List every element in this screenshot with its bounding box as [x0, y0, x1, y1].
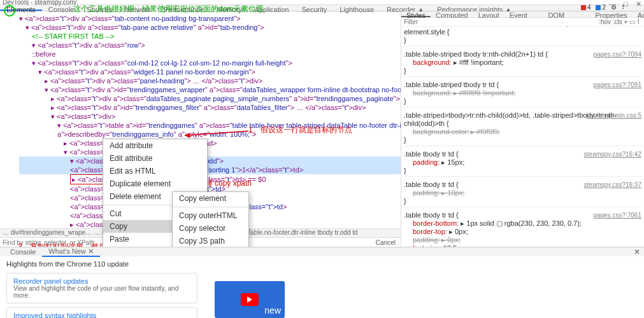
svg-marker-1 — [185, 133, 190, 138]
styles-tab-dombreakpoints[interactable]: DOM Breakpoints — [543, 11, 590, 17]
tab-lighthouse[interactable]: Lighthouse — [333, 5, 380, 11]
video-thumbnail[interactable]: new — [215, 281, 285, 318]
styles-tab-layout[interactable]: Layout — [473, 11, 504, 17]
msg-badge[interactable]: 2 — [596, 4, 606, 11]
styles-panel: StylesComputedLayoutEvent ListenersDOM B… — [401, 11, 644, 247]
menu-add-attribute[interactable]: Add attribute — [103, 139, 207, 152]
tab-recorder[interactable]: Recorder ▲ — [380, 5, 431, 11]
dom-line[interactable]: ▾ <a">class="t">div a">id="trendinggames… — [19, 85, 401, 94]
menu-edit-as-html[interactable]: Edit as HTML — [103, 165, 207, 177]
styles-tab-properties[interactable]: Properties — [590, 11, 632, 17]
styles-tab-styles[interactable]: Styles — [401, 11, 431, 17]
dom-line[interactable]: ▾ <a">class="t">div a">class="widget-11 … — [19, 67, 401, 76]
error-badge[interactable]: 4 — [581, 4, 591, 11]
maximize-icon[interactable]: □ — [624, 0, 628, 8]
menu-copy-outerhtml[interactable]: Copy outerHTML — [173, 209, 248, 222]
dom-line[interactable]: ▾ <a">class="t">div a">class="tab-pane a… — [19, 23, 401, 32]
drawer-tab-1[interactable]: What's New ✕ — [42, 247, 99, 257]
whatsnew-card[interactable]: Recorder panel updatesView and highlight… — [6, 273, 197, 303]
menu-copy-element[interactable]: Copy element — [173, 192, 248, 205]
svg-line-0 — [185, 131, 248, 135]
dom-line[interactable]: ▸ <a">class="t">div a">class="panel-head… — [19, 76, 401, 85]
tab-security[interactable]: Security — [295, 5, 333, 11]
dom-line[interactable]: ▾ <a">class="t">div a">class="row"> — [19, 41, 401, 50]
dom-line[interactable]: ▸ <a">class="t">div a">id="trendinggames… — [19, 103, 401, 112]
dom-line[interactable]: <!-- START FIRST TAB --> — [19, 32, 401, 41]
minimize-icon[interactable]: — — [609, 0, 616, 8]
cancel-button[interactable]: Cancel — [371, 239, 401, 246]
close-icon[interactable]: ✕ — [636, 0, 641, 8]
hov-toggle[interactable]: :hov .cls + ▭ ⠇ — [596, 18, 644, 25]
annotation-red-1: 1、假设这一行就是目标的节点 — [248, 125, 352, 135]
styles-tab-eventlisteners[interactable]: Event Listeners — [504, 11, 543, 17]
whatsnew-title: Highlights from the Chrome 110 update — [6, 260, 638, 268]
drawer: ConsoleWhat's New ✕✕ Highlights from the… — [0, 247, 644, 318]
css-rules[interactable]: element.style {}.table.table-striped tbo… — [401, 27, 644, 247]
filter-input[interactable] — [401, 18, 596, 26]
drawer-tab-0[interactable]: Console — [4, 248, 42, 256]
dom-line[interactable]: ▸ <a">class="t">thead> … </a">class="t">… — [19, 139, 401, 148]
dom-line[interactable]: ::before — [19, 50, 401, 59]
video-label: new — [264, 305, 281, 315]
play-icon — [241, 293, 259, 306]
dom-line[interactable]: ▸ <a">class="t">div a">class="dataTables… — [19, 94, 401, 103]
annotation-circle — [4, 5, 15, 17]
menu-copy-js-path[interactable]: Copy JS path — [173, 235, 248, 247]
menu-copy-selector[interactable]: Copy selector — [173, 222, 248, 235]
tab-performanceinsights[interactable]: Performance insights ▲ — [431, 5, 518, 11]
annotation-green: 这个工具也很好用，经常使用它定位页面的dom元素位置 — [73, 4, 264, 15]
dom-line[interactable]: ▾ <a">class="t">div> — [19, 112, 401, 121]
dom-line[interactable]: ▾ <a">class="t">div a">class="tab-conten… — [19, 14, 401, 23]
styles-tab-computed[interactable]: Computed — [431, 11, 473, 17]
dom-line[interactable]: <a">class="t">td a">tabindex="0" a">clas… — [19, 165, 401, 174]
dom-line[interactable]: ▾ <a">class="t">tbody> — [19, 148, 401, 156]
copy-submenu[interactable]: Copy elementCopy outerHTMLCopy selectorC… — [172, 191, 249, 247]
styles-tab-accessibility[interactable]: Accessibility — [633, 11, 644, 17]
menu-edit-attribute[interactable]: Edit attribute — [103, 152, 207, 165]
whatsnew-card[interactable]: Improved syntax highlightsBetter syntax … — [6, 307, 197, 318]
dom-line[interactable]: ▾ <a">class="t">div a">class="col-md-12 … — [19, 59, 401, 67]
dom-line[interactable]: ▾ <a">class="t">tr a">role="row" a">clas… — [19, 156, 401, 165]
drawer-close-icon[interactable]: ✕ — [634, 247, 640, 256]
menu-duplicate-element[interactable]: Duplicate element — [103, 177, 207, 190]
elements-panel: ▾ <a">class="t">div a">class="tab-conten… — [0, 11, 401, 247]
